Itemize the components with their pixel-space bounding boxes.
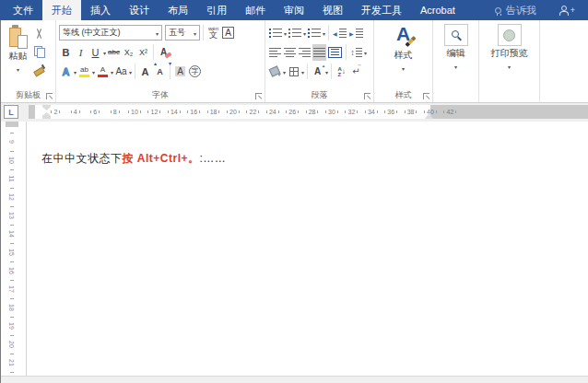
asian-layout-button[interactable]: A: [311, 64, 324, 80]
sort-button[interactable]: AZ ↓: [335, 64, 348, 80]
ruler-number: 28: [303, 105, 322, 119]
bullets-caret[interactable]: [284, 28, 287, 38]
bold-button[interactable]: B: [59, 44, 73, 61]
change-case-button[interactable]: Aa: [114, 64, 128, 80]
styles-brush-icon: A: [391, 24, 417, 48]
menu-tab-design[interactable]: 设计: [120, 0, 159, 20]
numbering-caret[interactable]: [303, 28, 306, 38]
paste-button[interactable]: 粘贴: [4, 23, 32, 87]
italic-button[interactable]: I: [74, 44, 88, 61]
cut-button[interactable]: [32, 25, 46, 41]
borders-button[interactable]: [287, 64, 300, 80]
shrink-font-button[interactable]: A: [153, 64, 167, 80]
phonetic-guide-button[interactable]: wén 文: [206, 25, 220, 41]
font-size-combo[interactable]: 五号: [165, 25, 200, 41]
align-right-button[interactable]: [298, 44, 312, 61]
strikethrough-button[interactable]: abc: [107, 44, 121, 61]
menu-tab-layout[interactable]: 布局: [159, 0, 197, 20]
styles-dialog-launcher[interactable]: [423, 93, 429, 99]
multilevel-list-caret[interactable]: [323, 28, 325, 38]
asian-layout-caret[interactable]: [325, 66, 328, 76]
font-group-label: 字体: [56, 87, 265, 102]
styles-button[interactable]: A 样式: [374, 20, 432, 87]
vruler-tick: [10, 202, 14, 211]
multilevel-list-button[interactable]: [307, 25, 322, 41]
menu-tab-review[interactable]: 审阅: [275, 0, 313, 20]
styles-caret[interactable]: [402, 63, 405, 73]
vruler-number: 15: [7, 249, 17, 256]
print-preview-button[interactable]: 打印预览: [479, 20, 539, 102]
menu-tab-mailings[interactable]: 邮件: [236, 0, 275, 20]
copy-button[interactable]: [32, 43, 46, 60]
menu-tab-view[interactable]: 视图: [313, 0, 352, 20]
vruler-tick: [10, 294, 14, 303]
menu-tab-acrobat[interactable]: Acrobat: [411, 0, 465, 20]
font-size-caret[interactable]: [191, 29, 196, 38]
font-dialog-launcher[interactable]: [255, 93, 262, 99]
copy-icon: [34, 46, 45, 58]
paragraph-dialog-launcher[interactable]: [364, 93, 370, 99]
shading-button[interactable]: [268, 64, 282, 80]
paragraph-text[interactable]: 在中中文状态下按 Alt+Ctrl+。:……: [41, 151, 226, 167]
document-area[interactable]: 910111213141516171819202122 在中中文状态下按 Alt…: [1, 122, 588, 376]
font-name-combo[interactable]: 等线 (中文正文): [59, 25, 162, 41]
borders-caret[interactable]: [301, 66, 304, 76]
subscript-button[interactable]: X₂: [122, 44, 135, 61]
editing-button[interactable]: 编辑: [433, 20, 478, 102]
show-hide-marks-button[interactable]: ↵: [349, 64, 363, 80]
ruler-number: 32: [342, 105, 360, 119]
text-effects-caret[interactable]: [74, 66, 76, 76]
font-color-button[interactable]: A: [96, 64, 110, 80]
styles-label: 样式: [394, 49, 413, 62]
menu-tab-insert[interactable]: 插入: [81, 0, 120, 20]
menu-tab-home[interactable]: 开始: [42, 0, 81, 20]
clear-formatting-button[interactable]: A: [157, 44, 171, 61]
enclose-characters-button[interactable]: 字: [188, 64, 202, 80]
align-center-button[interactable]: [283, 44, 297, 61]
menu-bar: 文件开始插入设计布局引用邮件审阅视图开发工具Acrobat 告诉我 +: [0, 0, 588, 20]
shading-caret[interactable]: [283, 66, 286, 76]
vruler-tick: [10, 238, 14, 248]
vruler-tick: [10, 128, 14, 137]
ruler-number: 8: [106, 105, 124, 119]
increase-indent-button[interactable]: [348, 25, 364, 41]
menu-tab-references[interactable]: 引用: [197, 0, 236, 20]
align-left-button[interactable]: [268, 44, 282, 61]
text-red-shortcut: 按 Alt+Ctrl+。: [123, 152, 200, 165]
font-color-caret[interactable]: [111, 66, 113, 76]
line-spacing-caret[interactable]: [364, 47, 367, 57]
format-painter-button[interactable]: [32, 62, 46, 78]
menu-tab-file[interactable]: 文件: [4, 0, 42, 20]
font-name-caret[interactable]: [153, 29, 159, 38]
editing-caret[interactable]: [454, 61, 457, 71]
character-border-button[interactable]: A: [221, 25, 235, 41]
change-case-caret[interactable]: [129, 66, 132, 76]
underline-caret[interactable]: [103, 47, 106, 57]
styles-group-label: 样式: [374, 87, 432, 102]
clipboard-dialog-launcher[interactable]: [46, 93, 53, 99]
distributed-button[interactable]: [327, 44, 343, 61]
justify-button[interactable]: [312, 44, 326, 61]
highlight-button[interactable]: ab: [77, 64, 91, 80]
vruler-number: 10: [7, 157, 17, 164]
horizontal-ruler[interactable]: 24681012141618202224262830323436384042: [29, 105, 588, 119]
text-effects-button[interactable]: A: [59, 64, 73, 80]
decrease-indent-button[interactable]: [332, 25, 347, 41]
character-shading-button[interactable]: A: [173, 64, 187, 80]
bullets-button[interactable]: [268, 25, 283, 41]
menu-tab-developer[interactable]: 开发工具: [352, 0, 411, 20]
highlight-caret[interactable]: [92, 66, 95, 76]
underline-button[interactable]: U: [88, 44, 102, 61]
numbering-button[interactable]: [288, 25, 302, 41]
tell-me[interactable]: 告诉我: [486, 0, 546, 20]
lightbulb-icon: [495, 7, 501, 14]
superscript-button[interactable]: X²: [136, 44, 150, 61]
vruler-number: 21: [7, 359, 17, 366]
print-preview-caret[interactable]: [508, 61, 511, 71]
grow-font-button[interactable]: A: [138, 64, 152, 80]
tab-stop-selector[interactable]: L: [4, 105, 18, 119]
vertical-ruler[interactable]: 910111213141516171819202122: [1, 122, 27, 376]
paste-caret[interactable]: [17, 64, 19, 74]
line-spacing-button[interactable]: [349, 44, 363, 61]
share-button[interactable]: +: [546, 0, 588, 20]
